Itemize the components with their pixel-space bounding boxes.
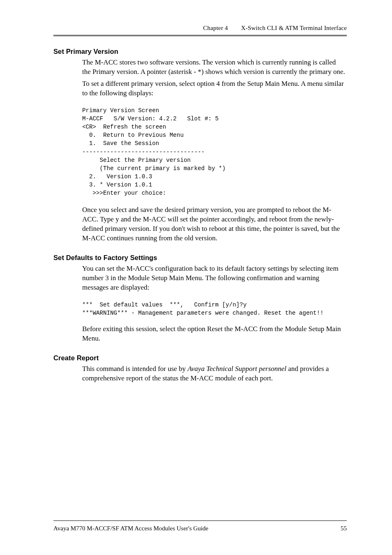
text-run: This command is intended for use by <box>82 365 187 373</box>
paragraph: Before exiting this session, select the … <box>82 325 345 343</box>
paragraph: The M-ACC stores two software versions. … <box>82 58 345 77</box>
code-set-defaults: *** Set default values ***, Confirm [y/n… <box>82 301 347 317</box>
section-set-defaults-body: You can set the M-ACC's configuration ba… <box>82 264 347 343</box>
running-header: Chapter 4 X-Switch CLI & ATM Terminal In… <box>53 25 347 32</box>
header-rule-thick <box>53 35 347 35</box>
heading-create-report: Create Report <box>53 354 347 362</box>
heading-set-defaults: Set Defaults to Factory Settings <box>53 254 347 262</box>
emphasis-personnel: Avaya Technical Support personnel <box>187 365 286 373</box>
footer-guide-title: Avaya M770 M-ACCF/SF ATM Access Modules … <box>53 525 208 532</box>
header-rule-thin <box>53 36 347 36</box>
footer-rule <box>53 520 347 521</box>
paragraph: To set a different primary version, sele… <box>82 79 345 98</box>
page: Chapter 4 X-Switch CLI & ATM Terminal In… <box>0 0 392 555</box>
code-primary-version-screen: Primary Version Screen M-ACCF S/W Versio… <box>82 106 347 198</box>
section-set-primary-version-body: The M-ACC stores two software versions. … <box>82 58 347 243</box>
footer-row: Avaya M770 M-ACCF/SF ATM Access Modules … <box>53 525 347 532</box>
chapter-title: X-Switch CLI & ATM Terminal Interface <box>241 25 347 31</box>
heading-set-primary-version: Set Primary Version <box>53 48 347 55</box>
chapter-label: Chapter 4 <box>203 25 228 32</box>
paragraph: Once you select and save the desired pri… <box>82 205 345 243</box>
paragraph: This command is intended for use by Avay… <box>82 364 345 383</box>
footer-page-number: 55 <box>341 525 347 532</box>
page-footer: Avaya M770 M-ACCF/SF ATM Access Modules … <box>53 520 347 532</box>
paragraph: You can set the M-ACC's configuration ba… <box>82 264 345 292</box>
section-create-report-body: This command is intended for use by Avay… <box>82 364 347 383</box>
